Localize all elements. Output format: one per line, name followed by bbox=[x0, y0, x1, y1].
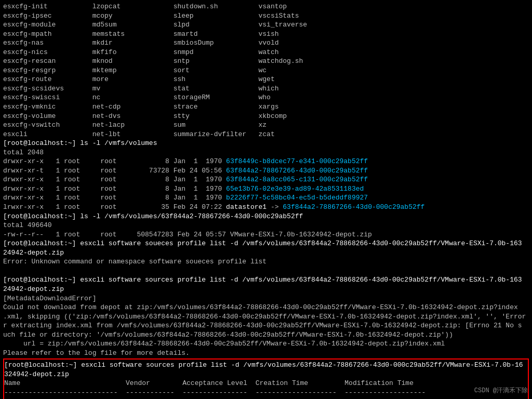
error-detail-4: uch file or directory: '/vmfs/volumes/63… bbox=[3, 330, 529, 340]
file-list-row-4: esxcfg-mpath memstats smartd vsish bbox=[3, 30, 529, 39]
file-list-row-7: esxcfg-rescan mknod sntp watchdog.sh bbox=[3, 57, 529, 66]
highlighted-section: [root@localhost:~] esxcli software sourc… bbox=[3, 358, 529, 399]
error-detail-5: url = zip:/vmfs/volumes/63f844a2-7886826… bbox=[3, 339, 529, 349]
file-list-row-12: esxcfg-vmknic net-cdp strace xargs bbox=[3, 102, 529, 112]
file-list-row-10: esxcfg-scsidevs mv stat which bbox=[3, 84, 529, 94]
file-list-row-3: esxcfg-module md5sum slpd vsi_traverse bbox=[3, 20, 529, 30]
file-list-row-13: esxcfg-volume net-dvs stty xkbcomp bbox=[3, 112, 529, 121]
error-detail-2: .xml, skipping (('zip:/vmfs/volumes/63f8… bbox=[3, 312, 529, 322]
cmd-ls-volumes2: [root@localhost:~] ls -l /vmfs/volumes/6… bbox=[3, 212, 529, 221]
table-separator: ---------------------------- -----------… bbox=[4, 388, 528, 397]
cmd-soueces-cont: 24942-depot.zip bbox=[3, 248, 529, 258]
file-list-row-15: esxcli net-lbt summarize-dvfilter zcat bbox=[3, 130, 529, 139]
error-soueces: Error: Unknown command or namespace soft… bbox=[3, 257, 529, 267]
dir-entry-4: drwxr-xr-x 1 root root 8 Jan 1 1970 65e1… bbox=[3, 184, 529, 194]
watermark-text: CSDN @汗滴禾下除 bbox=[474, 387, 528, 394]
terminal-window: esxcfg-init lzopcat shutdown.sh vsantop … bbox=[0, 0, 532, 399]
dir-entry-1: drwxr-xr-x 1 root root 8 Jan 1 1970 63f8… bbox=[3, 157, 529, 166]
file-list-row-14: esxcfg-vswitch net-lacp sum xz bbox=[3, 121, 529, 130]
file-list-row-2: esxcfg-ipsec mcopy sleep vscsiStats bbox=[3, 11, 529, 21]
cmd-sources-cont: 24942-depot.zip bbox=[3, 285, 529, 294]
file-list-row-1: esxcfg-init lzopcat shutdown.sh vsantop bbox=[3, 2, 529, 11]
file-list-row-8: esxcfg-resgrp mktemp sort wc bbox=[3, 66, 529, 75]
error-detail-3: r extracting index.xml from /vmfs/volume… bbox=[3, 321, 529, 330]
file-list-row-6: esxcfg-nics mkfifo snmpd watch bbox=[3, 48, 529, 57]
dir-entry-3: drwxr-xr-x 1 root root 8 Jan 1 1970 63f8… bbox=[3, 175, 529, 184]
cmd-soueces: [root@localhost:~] esxcli software souec… bbox=[3, 239, 529, 248]
file-list-row-5: esxcfg-nas mkdir smbiosDump vvold bbox=[3, 38, 529, 48]
refer-log: Please refer to the log file for more de… bbox=[3, 349, 529, 358]
cmd-sources: [root@localhost:~] esxcli software sourc… bbox=[3, 275, 529, 285]
highlighted-cmd-cont: 324942-depot.zip bbox=[4, 370, 528, 379]
table-row-1: ESXi-7.0bs-16321839-standard VMware, Inc… bbox=[4, 397, 528, 399]
cmd-ls-volumes: [root@localhost:~] ls -l /vmfs/volumes bbox=[3, 139, 529, 148]
dir-entry-5: drwxr-xr-x 1 root root 8 Jan 1 1970 b222… bbox=[3, 193, 529, 203]
highlighted-cmd: [root@localhost:~] esxcli software sourc… bbox=[4, 361, 528, 370]
table-header: Name Vendor Acceptance Level Creation Ti… bbox=[4, 379, 528, 388]
dir-entry-2: drwxr-xr-t 1 root root 73728 Feb 24 05:5… bbox=[3, 166, 529, 176]
error-detail-1: Could not download from depot at zip:/vm… bbox=[3, 303, 529, 312]
blank-1 bbox=[3, 267, 529, 276]
file-entry-depot: -rw-r--r-- 1 root root 508547283 Feb 24 … bbox=[3, 230, 529, 240]
file-list-row-11: esxcfg-swiscsi nc storageRM who bbox=[3, 93, 529, 102]
watermark: CSDN @汗滴禾下除 bbox=[474, 386, 528, 395]
dir-entry-link: lrwxr-xr-x 1 root root 35 Feb 24 07:22 d… bbox=[3, 203, 529, 212]
total-2048: total 2048 bbox=[3, 148, 529, 157]
total-496640: total 496640 bbox=[3, 221, 529, 230]
metadata-error: [MetadataDownloadError] bbox=[3, 294, 529, 303]
file-list-row-9: esxcfg-route more ssh wget bbox=[3, 75, 529, 84]
